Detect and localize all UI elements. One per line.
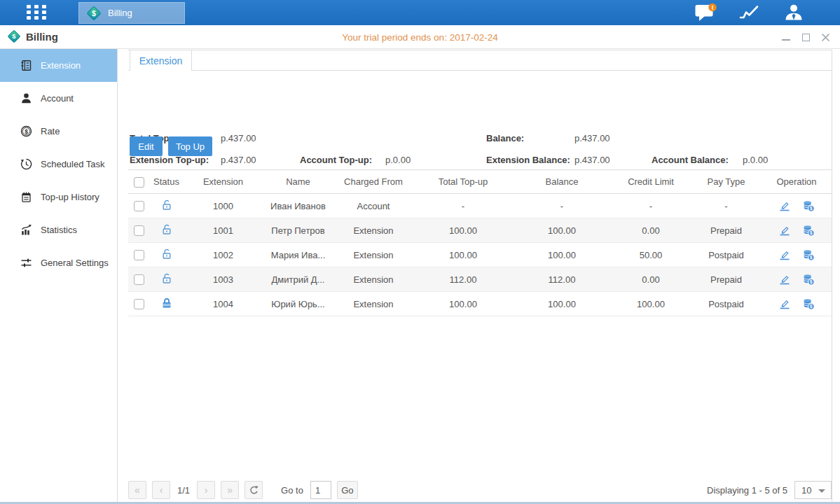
cell-charged-from: Extension	[333, 267, 413, 292]
close-icon	[821, 33, 830, 42]
app-grid-icon[interactable]	[27, 5, 46, 20]
bar-chart-icon	[20, 224, 32, 236]
status-lock-icon[interactable]	[160, 223, 173, 236]
main-panel: Extension Total Top-up: p.437.00 Balance…	[118, 49, 840, 504]
page-size-select[interactable]: 10	[794, 481, 832, 499]
dollar-circle-icon: $	[20, 125, 32, 137]
cell-name: Юрий Юрь...	[263, 292, 333, 316]
cell-balance: 100.00	[513, 292, 611, 316]
refresh-icon	[249, 485, 259, 496]
first-page-button[interactable]: «	[128, 481, 146, 499]
cell-extension: 1001	[184, 218, 263, 243]
minimize-icon	[782, 39, 790, 41]
table-header-row: Status Extension Name Charged From Total…	[128, 170, 832, 194]
extension-balance-label: Extension Balance:	[486, 155, 570, 165]
top-up-coins-icon[interactable]: $	[802, 298, 815, 310]
total-topup-value: p.437.00	[221, 133, 256, 144]
sidebar-item-general-settings[interactable]: General Settings	[0, 246, 117, 279]
status-lock-icon[interactable]	[160, 248, 173, 260]
balance-label: Balance:	[486, 133, 524, 144]
row-checkbox[interactable]	[134, 225, 144, 236]
table-row: 1001 Петр Петров Extension 100.00 100.00…	[128, 218, 832, 243]
table-row: 1000 Иван Иванов Account - - - - $	[128, 194, 832, 218]
top-up-coins-icon[interactable]: $	[802, 248, 815, 261]
sliders-icon	[20, 257, 32, 269]
svg-text:$: $	[25, 128, 28, 135]
status-lock-icon[interactable]	[160, 272, 173, 285]
cell-total-topup: 100.00	[413, 292, 513, 316]
next-page-button[interactable]: ›	[197, 481, 215, 499]
maximize-button[interactable]	[801, 32, 811, 42]
topbar-tab-label: Billing	[108, 8, 132, 18]
cell-balance: 112.00	[513, 267, 611, 292]
svg-text:$: $	[810, 279, 813, 285]
close-button[interactable]	[820, 32, 830, 42]
sidebar-item-statistics[interactable]: Statistics	[0, 214, 117, 246]
tab-extension[interactable]: Extension	[130, 50, 192, 71]
status-lock-icon[interactable]	[160, 199, 173, 211]
page-size-value: 10	[801, 485, 811, 496]
cell-name: Мария Ива...	[263, 243, 333, 267]
last-page-button[interactable]: »	[221, 481, 239, 499]
sidebar-item-scheduled-task[interactable]: Scheduled Task	[0, 148, 117, 181]
select-all-checkbox[interactable]	[134, 177, 144, 188]
col-credit-limit: Credit Limit	[611, 170, 691, 194]
edit-pencil-icon[interactable]	[778, 200, 791, 212]
go-button[interactable]: Go	[337, 481, 358, 499]
trial-notice: Your trial period ends on: 2017-02-24	[0, 25, 840, 49]
page-indicator: 1/1	[177, 485, 190, 496]
grid-dots	[27, 5, 46, 20]
refresh-button[interactable]	[245, 481, 263, 499]
sidebar-item-extension[interactable]: Extension	[0, 49, 117, 82]
sidebar-item-label: Top-up History	[41, 192, 99, 202]
row-checkbox[interactable]	[134, 274, 144, 285]
goto-page-input[interactable]	[310, 481, 331, 499]
user-account-icon[interactable]	[784, 3, 806, 22]
row-checkbox[interactable]	[134, 299, 144, 309]
row-checkbox[interactable]	[134, 201, 144, 211]
lock-open-icon	[160, 248, 173, 260]
topbar-billing-tab[interactable]: $ Billing	[78, 2, 185, 24]
messages-icon[interactable]: !	[694, 3, 717, 22]
tab-extension-label: Extension	[139, 55, 182, 66]
sidebar-item-label: Statistics	[41, 225, 77, 235]
row-checkbox[interactable]	[134, 250, 144, 260]
edit-pencil-icon[interactable]	[778, 248, 791, 261]
top-up-coins-icon[interactable]: $	[802, 224, 815, 237]
cell-credit-limit: 0.00	[611, 218, 691, 243]
col-operation: Operation	[762, 170, 832, 194]
top-up-coins-icon[interactable]: $	[802, 273, 815, 286]
sidebar-item-topup-history[interactable]: Top-up History	[0, 181, 117, 214]
extension-topup-label: Extension Top-up:	[130, 155, 209, 165]
billing-diamond-icon: $	[7, 29, 21, 43]
maximize-icon	[802, 34, 810, 41]
edit-button[interactable]: Edit	[130, 136, 163, 156]
col-name: Name	[263, 170, 333, 194]
status-lock-icon[interactable]	[160, 297, 173, 309]
cell-charged-from: Extension	[333, 292, 413, 316]
sidebar-item-rate[interactable]: $ Rate	[0, 115, 117, 148]
sidebar-item-account[interactable]: Account	[0, 82, 117, 115]
person-icon	[20, 92, 32, 104]
svg-text:$: $	[92, 8, 96, 17]
top-up-coins-icon[interactable]: $	[802, 200, 815, 212]
sidebar-item-label: Scheduled Task	[41, 159, 105, 169]
pagination-bar: « ‹ 1/1 › » Go to Go	[128, 480, 358, 500]
balance-value: p.437.00	[574, 133, 610, 144]
extensions-table: Status Extension Name Charged From Total…	[128, 169, 832, 316]
resource-monitor-icon[interactable]	[739, 3, 762, 22]
displaying-text: Displaying 1 - 5 of 5	[707, 485, 787, 496]
cell-total-topup: 112.00	[413, 267, 513, 292]
billing-diamond-icon: $	[86, 6, 102, 21]
cell-name: Иван Иванов	[263, 194, 333, 218]
top-up-button[interactable]: Top Up	[168, 136, 212, 156]
account-topup-value: p.0.00	[385, 155, 411, 165]
cell-pay-type: Prepaid	[691, 218, 762, 243]
summary-row-2: Extension Top-up: p.437.00 Account Top-u…	[118, 155, 832, 167]
edit-pencil-icon[interactable]	[778, 298, 791, 310]
edit-pencil-icon[interactable]	[778, 224, 791, 237]
cell-total-topup: 100.00	[413, 243, 513, 267]
minimize-button[interactable]	[781, 32, 791, 42]
prev-page-button[interactable]: ‹	[152, 481, 170, 499]
edit-pencil-icon[interactable]	[778, 273, 791, 286]
